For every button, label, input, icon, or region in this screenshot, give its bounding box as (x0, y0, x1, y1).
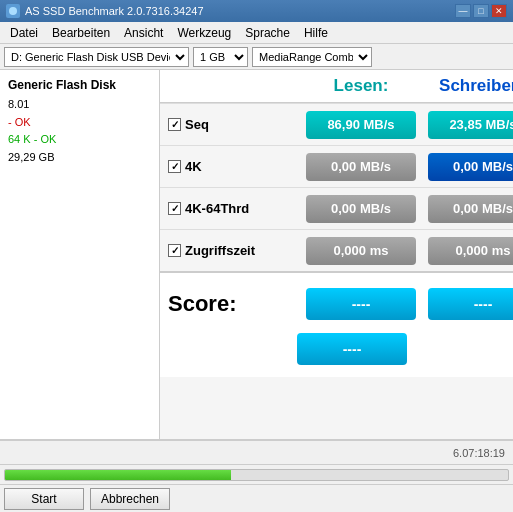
4k64thrd-checkbox[interactable]: ✓ (168, 202, 181, 215)
zugriffszeit-read-cell: 0,000 ms (300, 233, 422, 269)
zugriffszeit-read-value: 0,000 ms (306, 237, 416, 265)
info-line3: 64 K - OK (8, 131, 151, 149)
start-button[interactable]: Start (4, 488, 84, 510)
info-line1: 8.01 (8, 96, 151, 114)
seq-label: ✓ Seq (160, 117, 300, 132)
left-panel: Generic Flash Disk 8.01 - OK 64 K - OK 2… (0, 70, 160, 439)
score-total-row: ---- (160, 329, 513, 371)
close-button[interactable]: ✕ (491, 4, 507, 18)
drive-select[interactable]: D: Generic Flash Disk USB Device (4, 47, 189, 67)
4k64thrd-write-value: 0,00 MB/s (428, 195, 513, 223)
progress-area (0, 464, 513, 484)
zugriffszeit-checkbox[interactable]: ✓ (168, 244, 181, 257)
4k-read-cell: 0,00 MB/s (300, 149, 422, 185)
status-time: 6.07:18:19 (453, 447, 505, 459)
minimize-button[interactable]: — (455, 4, 471, 18)
zugriffszeit-write-cell: 0,000 ms (422, 233, 513, 269)
menu-sprache[interactable]: Sprache (239, 24, 296, 42)
toolbar: D: Generic Flash Disk USB Device 1 GB Me… (0, 44, 513, 70)
4k-write-value: 0,00 MB/s (428, 153, 513, 181)
app-icon (6, 4, 20, 18)
score-write-cell: ---- (422, 288, 513, 320)
menu-ansicht[interactable]: Ansicht (118, 24, 169, 42)
4k-label: ✓ 4K (160, 159, 300, 174)
size-select[interactable]: 1 GB (193, 47, 248, 67)
progress-bar-inner (5, 470, 231, 480)
read-header: Lesen: (300, 70, 422, 102)
status-bar: 6.07:18:19 (0, 440, 513, 464)
info-line2: - OK (8, 114, 151, 132)
seq-write-cell: 23,85 MB/s (422, 107, 513, 143)
4k64thrd-read-value: 0,00 MB/s (306, 195, 416, 223)
seq-row: ✓ Seq 86,90 MB/s 23,85 MB/s (160, 103, 513, 145)
menu-werkzeug[interactable]: Werkzeug (171, 24, 237, 42)
score-section: Score: ---- ---- ---- (160, 271, 513, 377)
4k64thrd-label: ✓ 4K-64Thrd (160, 201, 300, 216)
write-header: Schreiben: (422, 70, 513, 102)
score-row: Score: ---- ---- (160, 279, 513, 329)
model-select[interactable]: MediaRange Combo Flash Di (252, 47, 372, 67)
score-read-value: ---- (306, 288, 416, 320)
4k-row: ✓ 4K 0,00 MB/s 0,00 MB/s (160, 145, 513, 187)
seq-checkbox[interactable]: ✓ (168, 118, 181, 131)
menu-bar: Datei Bearbeiten Ansicht Werkzeug Sprach… (0, 22, 513, 44)
menu-bearbeiten[interactable]: Bearbeiten (46, 24, 116, 42)
zugriffszeit-write-value: 0,000 ms (428, 237, 513, 265)
main-content: Generic Flash Disk 8.01 - OK 64 K - OK 2… (0, 70, 513, 440)
4k64thrd-read-cell: 0,00 MB/s (300, 191, 422, 227)
4k64thrd-write-cell: 0,00 MB/s (422, 191, 513, 227)
info-line4: 29,29 GB (8, 149, 151, 167)
seq-write-value: 23,85 MB/s (428, 111, 513, 139)
benchmark-rows: ✓ Seq 86,90 MB/s 23,85 MB/s ✓ 4K 0,00 MB… (160, 103, 513, 271)
svg-point-0 (9, 7, 17, 15)
window-title: AS SSD Benchmark 2.0.7316.34247 (25, 5, 204, 17)
bottom-buttons: Start Abbrechen (0, 484, 513, 512)
seq-read-value: 86,90 MB/s (306, 111, 416, 139)
score-write-value: ---- (428, 288, 513, 320)
4k-checkbox[interactable]: ✓ (168, 160, 181, 173)
4k-read-value: 0,00 MB/s (306, 153, 416, 181)
cancel-button[interactable]: Abbrechen (90, 488, 170, 510)
zugriffszeit-label: ✓ Zugriffszeit (160, 243, 300, 258)
maximize-button[interactable]: □ (473, 4, 489, 18)
window-controls: — □ ✕ (455, 4, 507, 18)
score-total-value: ---- (297, 333, 407, 365)
right-panel: Lesen: Schreiben: ✓ Seq 86,90 MB/s 23,85… (160, 70, 513, 439)
progress-bar-outer (4, 469, 509, 481)
column-headers: Lesen: Schreiben: (160, 70, 513, 103)
menu-hilfe[interactable]: Hilfe (298, 24, 334, 42)
4k-write-cell: 0,00 MB/s (422, 149, 513, 185)
score-label: Score: (160, 291, 300, 317)
seq-read-cell: 86,90 MB/s (300, 107, 422, 143)
score-read-cell: ---- (300, 288, 422, 320)
zugriffszeit-row: ✓ Zugriffszeit 0,000 ms 0,000 ms (160, 229, 513, 271)
device-name: Generic Flash Disk (8, 78, 151, 92)
title-bar: AS SSD Benchmark 2.0.7316.34247 — □ ✕ (0, 0, 513, 22)
menu-datei[interactable]: Datei (4, 24, 44, 42)
4k64thrd-row: ✓ 4K-64Thrd 0,00 MB/s 0,00 MB/s (160, 187, 513, 229)
